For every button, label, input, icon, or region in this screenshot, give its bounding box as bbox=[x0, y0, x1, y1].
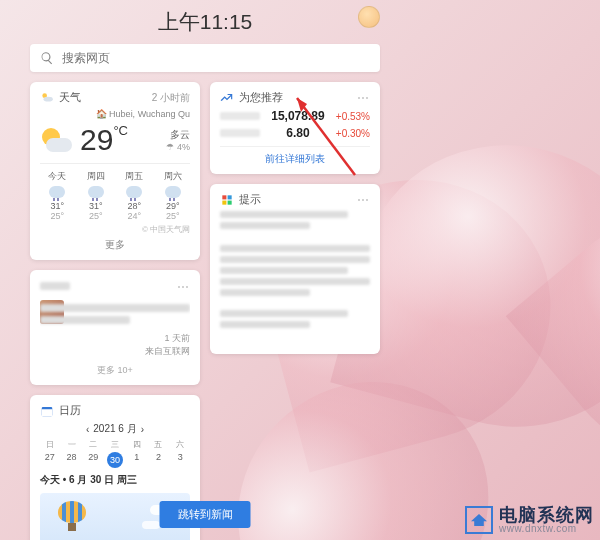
news-meta: 1 天前 bbox=[164, 333, 190, 343]
stocks-more-icon[interactable]: ⋯ bbox=[357, 91, 370, 105]
forecast-grid: 今天31°25° 周四31°25° 周五28°24° 周六29°25° bbox=[40, 163, 190, 221]
calendar-today-label: 今天 • 6 月 30 日 周三 bbox=[40, 473, 190, 487]
weather-more-link[interactable]: 更多 bbox=[40, 238, 190, 252]
calendar-icon bbox=[40, 404, 54, 418]
stocks-title: 为您推荐 bbox=[239, 90, 352, 105]
news-more-icon[interactable]: ⋯ bbox=[177, 280, 190, 294]
weather-timestamp: 2 小时前 bbox=[152, 91, 190, 105]
search-bar[interactable] bbox=[30, 44, 380, 72]
svg-rect-6 bbox=[222, 200, 226, 204]
svg-rect-5 bbox=[228, 195, 232, 199]
watermark-title: 电脑系统网 bbox=[499, 506, 594, 524]
svg-rect-7 bbox=[228, 200, 232, 204]
search-icon bbox=[40, 51, 54, 65]
watermark-logo-icon bbox=[465, 506, 493, 534]
weather-condition-icon bbox=[40, 126, 74, 154]
weather-feels: ☂ 4% bbox=[166, 142, 190, 152]
svg-rect-3 bbox=[42, 409, 53, 416]
calendar-title: 日历 bbox=[59, 403, 190, 418]
tips-card[interactable]: 提示 ⋯ bbox=[210, 184, 380, 354]
calendar-grid: 日一二三四五六 27282930123 bbox=[40, 439, 190, 468]
calendar-today[interactable]: 30 bbox=[107, 452, 123, 468]
svg-rect-4 bbox=[222, 195, 226, 199]
weather-icon bbox=[40, 91, 54, 105]
clock-time: 上午11:15 bbox=[158, 10, 253, 33]
search-input[interactable] bbox=[62, 51, 370, 65]
weather-temp: 29°C bbox=[80, 123, 128, 157]
watermark: 电脑系统网 www.dnxtw.com bbox=[465, 506, 594, 534]
tips-icon bbox=[220, 193, 234, 207]
calendar-month: 2021 6 月 bbox=[93, 422, 136, 436]
tips-title: 提示 bbox=[239, 192, 352, 207]
news-card[interactable]: ⋯ 1 天前 来自互联网 更多 10+ bbox=[30, 270, 200, 385]
stock-row[interactable]: 6.80 +0.30% bbox=[220, 126, 370, 140]
cal-next-icon[interactable]: › bbox=[141, 424, 144, 435]
cal-prev-icon[interactable]: ‹ bbox=[86, 424, 89, 435]
news-footer[interactable]: 更多 10+ bbox=[40, 364, 190, 377]
svg-point-1 bbox=[44, 96, 53, 101]
stocks-icon bbox=[220, 91, 234, 105]
weather-source: © 中国天气网 bbox=[40, 224, 190, 235]
user-avatar[interactable] bbox=[358, 6, 380, 28]
tips-more-icon[interactable]: ⋯ bbox=[357, 193, 370, 207]
stocks-detail-link[interactable]: 前往详细列表 bbox=[220, 146, 370, 166]
watermark-url: www.dnxtw.com bbox=[499, 524, 594, 534]
weather-title: 天气 bbox=[59, 90, 147, 105]
stock-row[interactable]: 15,078.89 +0.53% bbox=[220, 109, 370, 123]
widgets-panel: 上午11:15 天气 2 小时前 🏠 Hubei, Wuchang Qu 29°… bbox=[30, 6, 380, 526]
weather-card[interactable]: 天气 2 小时前 🏠 Hubei, Wuchang Qu 29°C 多云 ☂ 4… bbox=[30, 82, 200, 260]
jump-news-button[interactable]: 跳转到新闻 bbox=[160, 501, 251, 528]
weather-location: 🏠 Hubei, Wuchang Qu bbox=[40, 109, 190, 119]
weather-condition: 多云 bbox=[166, 128, 190, 142]
stocks-card[interactable]: 为您推荐 ⋯ 15,078.89 +0.53% 6.80 +0.30% 前往详细… bbox=[210, 82, 380, 174]
